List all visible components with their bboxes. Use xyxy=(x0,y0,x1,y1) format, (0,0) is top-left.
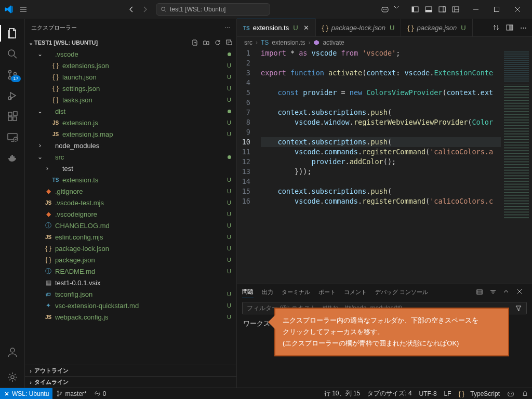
refresh-button[interactable] xyxy=(212,37,223,48)
folder-item[interactable]: ⌄dist xyxy=(25,105,236,117)
layout-right-icon[interactable] xyxy=(436,4,448,15)
window-minimize-button[interactable] xyxy=(466,2,486,17)
panel-tab[interactable]: ターミナル xyxy=(282,286,310,298)
search-view-icon[interactable] xyxy=(0,44,25,64)
ports-status[interactable]: 0 xyxy=(90,390,110,397)
settings-gear-icon[interactable] xyxy=(0,367,25,388)
svg-rect-19 xyxy=(13,117,17,121)
panel-layout-icon[interactable] xyxy=(476,288,486,296)
file-item[interactable]: TSextension.tsU xyxy=(25,174,236,185)
file-item[interactable]: { }package-lock.jsonU xyxy=(25,243,236,254)
collapse-all-button[interactable] xyxy=(224,37,234,48)
panel-tabs: 問題出力ターミナルポートコメントデバッグ コンソール xyxy=(237,284,532,300)
file-item[interactable]: { }settings.jsonU xyxy=(25,83,236,94)
timeline-section[interactable]: ›タイムライン xyxy=(25,376,236,388)
panel-filter-icon[interactable] xyxy=(489,288,500,296)
extensions-view-icon[interactable] xyxy=(0,106,25,127)
debug-view-icon[interactable] xyxy=(0,85,25,106)
panel-close-icon[interactable] xyxy=(516,288,527,296)
file-item[interactable]: ◆.gitignoreU xyxy=(25,185,236,197)
command-center[interactable]: test1 [WSL: Ubuntu] xyxy=(156,3,270,16)
hamburger-menu-button[interactable] xyxy=(18,4,29,15)
file-item[interactable]: ⓘCHANGELOG.mdU xyxy=(25,220,236,231)
file-item[interactable]: 🏷tsconfig.jsonU xyxy=(25,288,236,300)
file-item[interactable]: ◆.vscodeignoreU xyxy=(25,208,236,220)
cursor-position[interactable]: 行 10、列 15 xyxy=(321,389,364,398)
layout-panel-icon[interactable] xyxy=(423,4,434,15)
layout-icon[interactable] xyxy=(409,4,421,15)
indentation-status[interactable]: タブのサイズ: 4 xyxy=(364,389,415,398)
panel-tab[interactable]: デバッグ コンソール xyxy=(375,286,428,298)
file-item[interactable]: ⓘREADME.mdU xyxy=(25,265,236,277)
nav-forward-button[interactable] xyxy=(138,3,152,16)
customize-layout-icon[interactable] xyxy=(450,4,461,15)
panel-tab[interactable]: 出力 xyxy=(262,286,273,298)
more-actions-icon[interactable]: ⋯ xyxy=(517,22,529,33)
accounts-icon[interactable] xyxy=(0,342,25,363)
chevron-down-icon[interactable] xyxy=(393,4,400,11)
folder-item[interactable]: ›test xyxy=(25,163,236,174)
search-icon xyxy=(161,6,167,12)
file-item[interactable]: JSextension.jsU xyxy=(25,117,236,128)
new-folder-button[interactable] xyxy=(201,37,211,48)
language-mode[interactable]: { } TypeScript xyxy=(455,390,503,397)
svg-rect-9 xyxy=(443,7,445,12)
scm-view-icon[interactable]: 17 xyxy=(0,64,25,85)
split-editor-icon[interactable] xyxy=(504,22,515,33)
eol-status[interactable]: LF xyxy=(441,390,455,397)
panel-tab[interactable]: ポート xyxy=(318,286,336,298)
workspace-name: TEST1 [WSL: UBUNTU] xyxy=(34,39,98,46)
editor-tab[interactable]: { }package-lock.jsonU xyxy=(316,19,402,36)
encoding-status[interactable]: UTF-8 xyxy=(416,390,441,397)
outline-section[interactable]: ›アウトライン xyxy=(25,365,236,376)
copilot-icon[interactable] xyxy=(379,4,391,15)
svg-point-3 xyxy=(385,9,387,10)
file-tree[interactable]: ⌄.vscode{ }extensions.jsonU{ }launch.jso… xyxy=(25,48,236,365)
folder-item[interactable]: ›node_modules xyxy=(25,140,236,151)
notifications-icon[interactable] xyxy=(518,390,532,397)
file-item[interactable]: { }launch.jsonU xyxy=(25,71,236,83)
new-file-button[interactable] xyxy=(190,37,200,48)
panel-maximize-icon[interactable] xyxy=(503,288,513,296)
editor-tab[interactable]: { }package.jsonU xyxy=(401,19,472,36)
remote-explorer-view-icon[interactable] xyxy=(0,127,25,148)
tab-close-icon[interactable]: ✕ xyxy=(303,24,309,32)
svg-point-0 xyxy=(162,7,165,11)
code-editor[interactable]: 12345678910111213141516 import * as vsco… xyxy=(237,48,532,284)
copilot-status-icon[interactable] xyxy=(503,390,518,397)
vscode-logo-icon xyxy=(4,5,14,14)
nav-back-button[interactable] xyxy=(125,3,138,16)
editor-tab[interactable]: TSextension.tsU✕ xyxy=(237,19,316,36)
remote-indicator[interactable]: WSL: Ubuntu xyxy=(0,388,52,399)
file-item[interactable]: JSeslint.config.mjsU xyxy=(25,231,236,243)
folder-section-header[interactable]: ⌄ TEST1 [WSL: UBUNTU] xyxy=(25,37,236,48)
funnel-icon[interactable] xyxy=(515,304,522,312)
minimap[interactable] xyxy=(501,48,532,284)
panel-tab[interactable]: コメント xyxy=(344,286,367,298)
svg-point-34 xyxy=(511,393,512,394)
panel-tab[interactable]: 問題 xyxy=(242,286,254,298)
svg-rect-27 xyxy=(510,25,513,30)
sidebar-more-button[interactable]: ⋯ xyxy=(224,24,230,31)
svg-point-13 xyxy=(8,71,11,73)
git-branch[interactable]: master* xyxy=(52,390,90,397)
file-item[interactable]: { }extensions.jsonU xyxy=(25,60,236,71)
file-item[interactable]: JS.vscode-test.mjsU xyxy=(25,197,236,208)
file-item[interactable]: { }tasks.jsonU xyxy=(25,94,236,105)
window-close-button[interactable] xyxy=(507,2,528,17)
compare-changes-icon[interactable] xyxy=(490,22,502,33)
breadcrumbs[interactable]: src› TS extension.ts› activate xyxy=(237,37,532,48)
file-item[interactable]: { }package.jsonU xyxy=(25,254,236,265)
folder-item[interactable]: ⌄src xyxy=(25,151,236,163)
svg-point-14 xyxy=(8,77,11,79)
file-item[interactable]: ▦test1-0.0.1.vsix xyxy=(25,277,236,288)
file-item[interactable]: JSwebpack.config.jsU xyxy=(25,311,236,323)
window-maximize-button[interactable] xyxy=(486,2,507,17)
svg-rect-8 xyxy=(439,7,445,12)
explorer-view-icon[interactable] xyxy=(0,23,25,44)
search-text: test1 [WSL: Ubuntu] xyxy=(170,6,225,13)
folder-item[interactable]: ⌄.vscode xyxy=(25,48,236,60)
file-item[interactable]: JSextension.js.mapU xyxy=(25,128,236,140)
docker-view-icon[interactable] xyxy=(0,148,25,168)
file-item[interactable]: ✦vsc-extension-quickstart.mdU xyxy=(25,300,236,311)
